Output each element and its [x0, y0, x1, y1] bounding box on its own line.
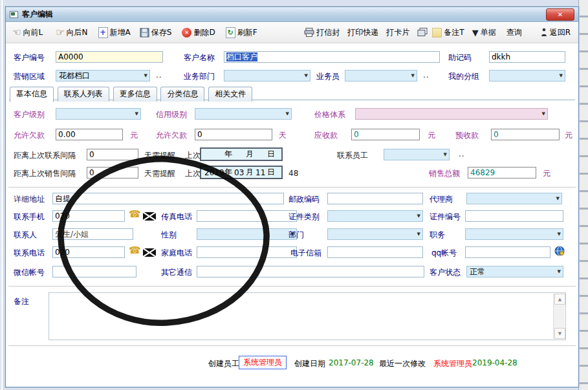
globe-icon[interactable]	[554, 246, 565, 256]
tab-more-info[interactable]: 更多信息	[113, 87, 157, 102]
yuan-unit: 元	[130, 131, 138, 140]
scroll-down-icon[interactable]: ▼	[554, 328, 565, 339]
allow-debt-input[interactable]: 0.00	[56, 129, 123, 140]
tab-related-files[interactable]: 相关文件	[208, 87, 252, 102]
contact-gap-input[interactable]: 0	[87, 149, 138, 160]
customer-level-dropdown[interactable]: ▼	[56, 108, 141, 120]
phone-dial-icon[interactable]: ☎	[129, 246, 141, 255]
back-button[interactable]: ☞向后N	[56, 27, 87, 38]
dropdown-arrow-icon: ▼	[558, 268, 561, 275]
fax-input[interactable]	[197, 210, 297, 222]
day-char: 日	[267, 149, 275, 160]
fax-label: 传真电话	[161, 212, 192, 221]
department-dropdown[interactable]: ▼	[327, 228, 423, 240]
save-button[interactable]: 保存S	[140, 27, 172, 38]
contact-staff-browse-dots[interactable]: ..	[459, 149, 465, 158]
return-button[interactable]: 返回R	[540, 27, 571, 38]
contact-staff-dropdown[interactable]: ▼	[384, 149, 450, 160]
salesman-label: 业务员	[316, 72, 340, 81]
customer-name-input[interactable]: 档口客户	[224, 51, 440, 63]
dept-dropdown[interactable]: ▼	[224, 70, 310, 81]
receivable-input[interactable]: 0	[351, 129, 420, 140]
prepaid-input[interactable]: 0	[491, 129, 560, 140]
background-right-edge	[578, 0, 588, 390]
selected-text: 档口客户	[226, 52, 257, 61]
qq-label: qq帐号	[431, 248, 457, 257]
region-dropdown[interactable]: 花都档口▼	[56, 70, 150, 81]
day-value: 11	[256, 168, 265, 177]
tab-category-info[interactable]: 分类信息	[160, 87, 204, 102]
modified-by-value: 系统管理员	[433, 358, 472, 369]
dropdown-arrow-icon: ▼	[560, 72, 563, 79]
cert-type-dropdown[interactable]: ▼	[327, 210, 423, 222]
sale-gap-label: 距离上次销售间隔	[14, 169, 76, 178]
print-card-button[interactable]: 打卡片	[386, 27, 409, 38]
query-button[interactable]: 查询	[506, 27, 522, 38]
other-comm-input[interactable]	[197, 266, 424, 277]
gender-dropdown[interactable]: ▼	[197, 228, 297, 240]
agent-dropdown[interactable]: ▼	[466, 193, 562, 204]
remark-scrollbar[interactable]: ▲ ▼	[553, 294, 565, 339]
mobile-input[interactable]: 020	[52, 210, 125, 222]
wechat-label: 微信帐号	[14, 268, 45, 277]
salesman-browse-dots[interactable]: ..	[423, 70, 430, 80]
remind-label: 天需提醒	[144, 151, 175, 160]
group-dropdown[interactable]: ▼	[489, 70, 565, 81]
tab-contact-list[interactable]: 联系人列表	[58, 87, 109, 102]
home-phone-input[interactable]	[197, 246, 297, 258]
customer-level-label: 客户级别	[14, 110, 45, 119]
department-label: 部门	[289, 230, 304, 239]
credit-level-label: 信用级别	[156, 110, 187, 119]
delete-button[interactable]: ✕删除D	[182, 27, 215, 38]
modified-label: 最近一次修改	[379, 358, 426, 369]
phone-label: 联系电话	[14, 248, 45, 257]
add-button[interactable]: +新增A	[98, 27, 131, 38]
qq-input[interactable]	[465, 246, 550, 258]
note-button[interactable]: 备注T	[432, 27, 464, 38]
customer-status-dropdown[interactable]: 正常▼	[466, 266, 563, 277]
phone-dial-icon[interactable]: ☎	[129, 210, 141, 219]
mnemonic-label: 助记码	[448, 53, 472, 62]
last-contact-date-field[interactable]: 年 月 日	[200, 147, 283, 161]
phone-input[interactable]: 020	[52, 246, 125, 258]
sales-total-input[interactable]: 46829	[468, 167, 536, 179]
salesman-dropdown[interactable]: ▼	[345, 70, 417, 81]
copier-icon	[417, 28, 428, 37]
price-system-dropdown[interactable]: ▼	[355, 108, 548, 120]
customer-no-input[interactable]: A0000	[56, 51, 163, 63]
cert-no-input[interactable]	[465, 210, 563, 222]
allow-days-input[interactable]: 0	[195, 129, 272, 140]
dropdown-arrow-icon: ▼	[417, 213, 420, 219]
job-title-dropdown[interactable]: ▼	[465, 228, 563, 240]
home-phone-label: 家庭电话	[161, 248, 192, 257]
postcode-input[interactable]	[327, 193, 423, 204]
credit-level-dropdown[interactable]: ▼	[195, 108, 292, 120]
print-envelope-button[interactable]: 打信封	[304, 27, 340, 38]
contact-person-input[interactable]: 先生/小姐	[52, 228, 133, 240]
email-input[interactable]	[327, 246, 423, 258]
scroll-up-icon[interactable]: ▲	[554, 294, 565, 305]
wechat-input[interactable]	[52, 266, 136, 277]
agent-label: 代理商	[430, 195, 453, 204]
allow-debt-label: 允许欠款	[14, 131, 45, 140]
tab-basic-info[interactable]: 基本信息	[10, 87, 54, 102]
fax-send-icon[interactable]	[143, 248, 156, 257]
docs-button[interactable]: ▼单据	[472, 27, 496, 38]
dropdown-arrow-icon: ▼	[558, 231, 561, 237]
remark-textarea[interactable]: ▲ ▼	[49, 292, 566, 340]
close-button[interactable]: ✕	[546, 8, 574, 21]
fax-send-icon[interactable]	[143, 212, 156, 221]
forward-button[interactable]: ☜向前L	[12, 27, 43, 38]
address-input[interactable]: 自提	[52, 193, 284, 204]
copier-icon-button[interactable]	[417, 28, 428, 37]
sale-gap-input[interactable]: 0	[87, 167, 138, 179]
region-label: 营销区域	[14, 72, 45, 81]
dropdown-arrow-icon: ▼	[144, 72, 147, 79]
region-browse-dots[interactable]: ..	[156, 70, 162, 80]
dropdown-arrow-icon: ▼	[135, 111, 138, 117]
mnemonic-input[interactable]: dkkh	[489, 51, 565, 63]
dropdown-arrow-icon: ▼	[417, 231, 420, 237]
refresh-button[interactable]: ↻刷新F	[226, 27, 257, 38]
print-express-button[interactable]: 打印快递	[347, 27, 378, 38]
last-sale-date-field[interactable]: 2019年 03月 11日	[200, 166, 283, 179]
